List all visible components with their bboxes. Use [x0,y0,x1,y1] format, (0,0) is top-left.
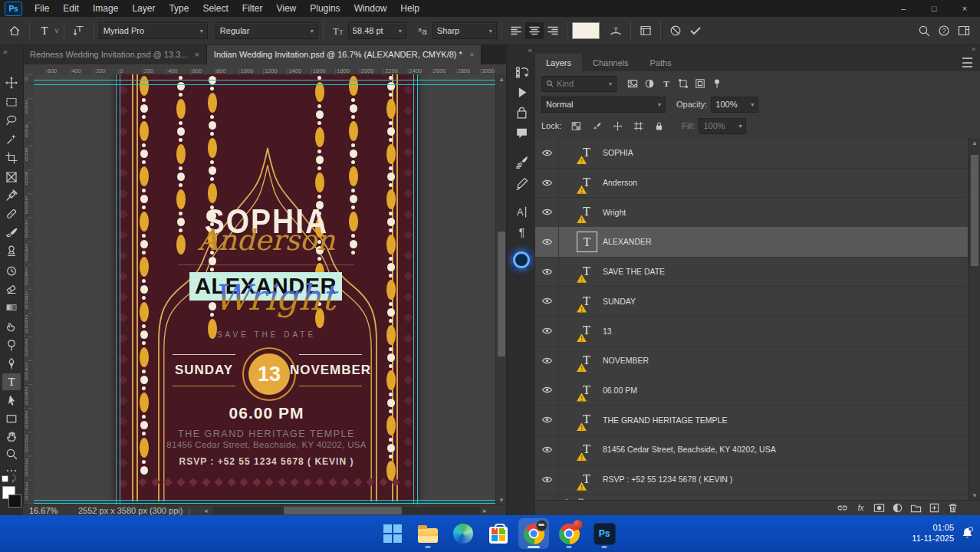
layer-row[interactable]: TSOPHIA [535,138,968,169]
type-tool[interactable]: T [2,373,21,390]
adjustment-icon[interactable] [892,502,903,514]
layer-thumbnail[interactable]: T [578,352,595,369]
layer-thumbnail[interactable]: T [577,232,597,252]
tab-close-icon[interactable]: × [469,50,474,59]
menu-image[interactable]: Image [86,0,125,17]
scroll-down-icon[interactable]: ▼ [968,491,980,500]
link-icon[interactable] [837,502,848,514]
path-select-tool[interactable] [2,392,21,409]
font-size-select[interactable]: 58.48 pt▾ [348,22,406,39]
font-family-select[interactable]: Myriad Pro▾ [99,22,208,39]
pen-tool[interactable] [2,355,21,372]
move-tool[interactable] [2,74,21,91]
minimize-button[interactable]: – [888,0,919,17]
new-layer-icon[interactable] [929,502,940,514]
layer-visibility-icon[interactable] [535,405,559,435]
actions-icon[interactable] [512,83,531,101]
menu-view[interactable]: View [269,0,303,17]
opacity-select[interactable]: 100%▾ [711,97,758,113]
blend-mode-select[interactable]: Normal▾ [541,97,666,113]
layer-row[interactable]: TWright [535,197,968,228]
layer-thumbnail[interactable]: T [578,441,595,458]
align-center-icon[interactable] [525,22,544,39]
hand-tool[interactable] [2,428,21,445]
zoom-level[interactable]: 16.67% [29,506,58,515]
menu-select[interactable]: Select [196,0,235,17]
layer-thumbnail[interactable]: T [578,144,595,161]
brushes-icon[interactable] [512,174,531,192]
tab-paths[interactable]: Paths [640,54,682,71]
default-colors-icon[interactable] [2,475,8,482]
help-icon[interactable]: ? [934,21,954,41]
layer-thumbnail[interactable]: T [578,263,595,280]
chevron-down-icon[interactable]: ˅ [54,27,59,35]
swap-colors-icon[interactable]: ⤸ [12,474,16,483]
layer-name[interactable]: SAVE THE DATE [603,267,665,276]
menu-filter[interactable]: Filter [235,0,270,17]
scrollbar-thumb[interactable] [971,155,978,266]
guide-line[interactable] [413,74,414,504]
layer-visibility-icon[interactable] [535,376,559,406]
smudge-tool[interactable] [2,317,21,334]
tab-close-icon[interactable]: × [194,50,199,59]
commit-icon[interactable] [686,21,705,41]
layer-thumbnail[interactable]: T [578,203,595,220]
layer-name[interactable]: 81456 Cedar Street, Beachside, KY 40202,… [603,445,776,454]
panels-icon[interactable] [636,21,656,41]
layer-row[interactable]: TNOVEMBER [535,346,968,376]
layer-group-row-partial[interactable]: ▸ [535,494,968,500]
sync-icon[interactable] [512,251,531,269]
libraries-icon[interactable] [512,104,531,122]
layer-visibility-icon[interactable] [535,316,559,346]
eraser-tool[interactable] [2,280,21,297]
marquee-tool[interactable] [2,94,21,110]
warp-text-icon[interactable]: T [606,21,626,41]
zoom-tool[interactable] [2,445,21,462]
layer-thumbnail[interactable]: T [578,471,595,488]
brush-settings-icon[interactable] [512,153,531,171]
layer-thumbnail[interactable]: T [578,411,595,428]
close-button[interactable]: × [949,0,980,17]
group-icon[interactable] [910,502,922,514]
tab-channels[interactable]: Channels [582,54,639,71]
guide-line[interactable] [34,84,495,85]
lock-transparent-icon[interactable] [566,121,587,131]
layer-thumbnail[interactable]: T [578,322,595,339]
guide-line[interactable] [34,80,495,80]
adjustment-filter-icon[interactable] [641,78,658,89]
collapse-dock-icon[interactable]: « [528,46,532,54]
quick-select-tool[interactable] [2,131,21,148]
layer-row[interactable]: TSAVE THE DATE [535,257,968,288]
layer-name[interactable]: THE GRAND HERITAGE TEMPLE [603,416,727,425]
explorer-icon[interactable] [413,518,443,549]
layer-row[interactable]: T13 [535,316,968,347]
layer-thumbnail[interactable]: T [578,174,595,191]
lock-move-icon[interactable] [607,121,628,131]
font-style-select[interactable]: Regular▾ [215,22,318,39]
guide-line[interactable] [116,74,117,504]
lock-paint-icon[interactable] [587,121,607,131]
document-tab-inactive[interactable]: Redness Wedding Invitation.psd @ 13.3...… [23,44,207,64]
frame-tool[interactable] [2,169,21,186]
layer-visibility-icon[interactable] [535,287,559,317]
home-icon[interactable] [5,21,25,41]
menu-layer[interactable]: Layer [125,0,162,17]
layer-row[interactable]: TALEXANDER [535,227,968,258]
scrollbar-thumb[interactable] [498,232,505,356]
scrollbar-thumb[interactable] [284,507,402,514]
layer-filter-search[interactable]: Kind ▾ [541,76,617,92]
crop-tool[interactable] [2,150,21,166]
scroll-down-icon[interactable]: ▼ [496,495,507,504]
layer-name[interactable]: NOVEMBER [603,356,649,365]
layer-row[interactable]: T81456 Cedar Street, Beachside, KY 40202… [535,435,968,465]
canvas-vertical-scrollbar[interactable]: ▲ ▼ [495,74,507,504]
menu-type[interactable]: Type [162,0,196,17]
menu-window[interactable]: Window [347,0,394,17]
cancel-icon[interactable] [666,21,686,41]
mask-icon[interactable] [873,502,885,514]
text-orientation-icon[interactable] [69,21,89,41]
store-icon[interactable] [483,518,514,549]
history-icon[interactable] [512,63,531,81]
eyedropper-tool[interactable] [2,187,21,204]
rectangle-tool[interactable] [2,410,21,427]
